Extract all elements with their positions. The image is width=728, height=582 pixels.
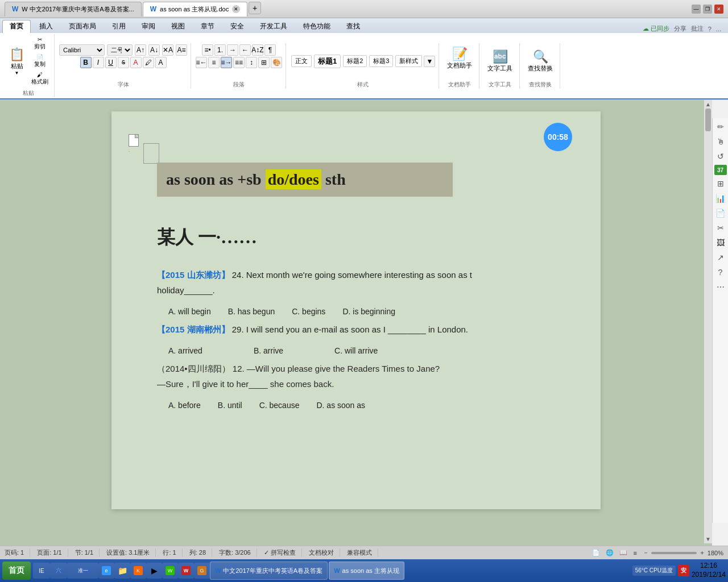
- ribbon-tab-chapter[interactable]: 章节: [193, 20, 222, 33]
- text-tools-button[interactable]: 🔤 文字工具: [484, 47, 516, 75]
- sort-button[interactable]: A↕Z: [252, 44, 263, 56]
- align-right-button[interactable]: ≡→: [221, 57, 232, 68]
- new-tab-button[interactable]: +: [249, 2, 261, 14]
- tab-chinese-doc[interactable]: W W 中文2017年重庆中考英语A卷及答案...: [5, 2, 142, 16]
- tray-antivirus[interactable]: 安: [678, 565, 689, 576]
- ribbon-tab-find[interactable]: 查找: [339, 20, 367, 33]
- close-button[interactable]: ✕: [714, 5, 723, 14]
- ribbon-tab-insert[interactable]: 插入: [32, 20, 60, 33]
- indent-button[interactable]: →: [227, 44, 238, 56]
- decrease-font-button[interactable]: A↓: [148, 44, 160, 56]
- bold-button[interactable]: B: [80, 57, 92, 68]
- border-button[interactable]: ⊞: [258, 57, 270, 68]
- help-button[interactable]: ?: [708, 26, 712, 32]
- zoom-slider[interactable]: [651, 552, 697, 554]
- ribbon-tab-security[interactable]: 安全: [223, 20, 251, 33]
- sidebar-refresh-icon[interactable]: ↺: [714, 150, 727, 163]
- view-web-icon[interactable]: 🌐: [606, 549, 614, 556]
- sidebar-chart-icon[interactable]: 📊: [714, 192, 727, 205]
- sidebar-scissors-icon[interactable]: ✂: [714, 222, 727, 234]
- taskbar-kanbox-icon[interactable]: K: [130, 563, 146, 579]
- shading-button[interactable]: 🎨: [271, 57, 282, 68]
- number-list-button[interactable]: 1.: [214, 44, 226, 56]
- line-spacing-button[interactable]: ↕: [246, 57, 257, 68]
- underline-button[interactable]: U: [105, 57, 117, 68]
- ribbon-tab-references[interactable]: 引用: [105, 20, 133, 33]
- find-replace-button[interactable]: 🔍 查找替换: [524, 47, 556, 75]
- taskbar-game-icon[interactable]: G: [194, 563, 210, 579]
- sidebar-table-icon[interactable]: ⊞: [714, 177, 727, 190]
- spell-check-icon: ✓: [264, 549, 269, 556]
- ribbon-tab-devtools[interactable]: 开发工具: [253, 20, 295, 33]
- char-shade-button[interactable]: A: [155, 57, 167, 68]
- paste-button[interactable]: 📋 粘贴 ▼: [6, 45, 28, 78]
- ribbon-tab-home[interactable]: 首页: [2, 20, 31, 33]
- strikethrough-button[interactable]: S̶: [118, 57, 129, 68]
- scroll-down-arrow[interactable]: ▼: [705, 536, 711, 542]
- increase-font-button[interactable]: A↑: [135, 44, 146, 56]
- bullet-list-button[interactable]: ≡•: [202, 44, 213, 56]
- sidebar-image-icon[interactable]: 🖼: [714, 236, 727, 249]
- taskbar-prep-button[interactable]: 准一: [67, 563, 98, 579]
- format-more-button[interactable]: A≡: [176, 44, 187, 56]
- taskbar-folder-icon[interactable]: 📁: [114, 563, 130, 579]
- tab-as-soon[interactable]: W as soon as 主将从现.doc ✕: [143, 2, 247, 16]
- review-button[interactable]: 批注: [691, 24, 704, 33]
- ribbon-tab-page-layout[interactable]: 页面布局: [61, 20, 104, 33]
- minimize-button[interactable]: —: [692, 5, 701, 14]
- taskbar-ie-icon[interactable]: IE: [33, 563, 50, 579]
- share-button[interactable]: 分享: [674, 24, 686, 33]
- taskbar-english-icon[interactable]: 六: [50, 563, 67, 579]
- view-read-icon[interactable]: 📖: [619, 549, 627, 556]
- format-painter-button[interactable]: 🖌 格式刷: [29, 70, 51, 87]
- copy-button[interactable]: 📄 复制: [29, 53, 51, 69]
- doc-check[interactable]: 文档校对: [309, 548, 340, 557]
- ribbon-tab-review[interactable]: 审阅: [134, 20, 163, 33]
- zoom-out-button[interactable]: －: [643, 548, 649, 557]
- taskbar-doc1[interactable]: W 中文2017年重庆中考英语A卷及答案: [210, 562, 328, 580]
- justify-button[interactable]: ≡≡: [233, 57, 245, 68]
- font-size-select[interactable]: 二号: [107, 44, 133, 56]
- sidebar-more-icon[interactable]: ⋯: [714, 281, 727, 293]
- align-left-button[interactable]: ≡←: [196, 57, 207, 68]
- zoom-in-button[interactable]: ＋: [699, 548, 705, 557]
- outdent-button[interactable]: ←: [239, 44, 251, 56]
- style-new[interactable]: 新样式: [395, 55, 422, 67]
- scroll-thumb[interactable]: [705, 109, 711, 131]
- tab-close-button[interactable]: ✕: [232, 5, 240, 13]
- taskbar-doc2[interactable]: W as soon as 主将从现: [329, 562, 404, 580]
- cut-button[interactable]: ✂ 剪切: [29, 35, 51, 52]
- taskbar-media-icon[interactable]: ▶: [146, 563, 162, 579]
- view-normal-icon[interactable]: 📄: [592, 549, 600, 556]
- taskbar-ie2-icon[interactable]: e: [98, 563, 114, 579]
- view-outline-icon[interactable]: ≡: [633, 550, 636, 556]
- style-h2[interactable]: 标题2: [343, 55, 367, 67]
- scroll-up-arrow[interactable]: ▲: [705, 101, 711, 107]
- start-button[interactable]: 首页: [2, 562, 31, 580]
- sidebar-doc-icon[interactable]: 📄: [714, 207, 727, 219]
- taskbar-wechat-icon[interactable]: W: [162, 563, 178, 579]
- ribbon-tab-view[interactable]: 视图: [164, 20, 192, 33]
- spell-check[interactable]: ✓ 拼写检查: [264, 548, 302, 557]
- sidebar-help-icon[interactable]: ?: [714, 266, 727, 278]
- restore-button[interactable]: ❐: [703, 5, 712, 14]
- taskbar-wps-icon[interactable]: W: [178, 563, 194, 579]
- para-mark-button[interactable]: ¶: [264, 44, 276, 56]
- styles-expand[interactable]: ▼: [424, 56, 435, 67]
- vertical-scrollbar[interactable]: ▲ ▼: [704, 100, 712, 543]
- highlight-button[interactable]: 🖊: [143, 57, 154, 68]
- doc-assist-button[interactable]: 📝 文档助手: [444, 44, 475, 72]
- style-normal[interactable]: 正文: [291, 55, 312, 67]
- style-h3[interactable]: 标题3: [369, 55, 393, 67]
- font-name-select[interactable]: Calibri: [59, 44, 105, 56]
- sidebar-export-icon[interactable]: ↗: [714, 251, 727, 264]
- ribbon-tab-features[interactable]: 特色功能: [296, 20, 338, 33]
- align-center-button[interactable]: ≡: [208, 57, 220, 68]
- italic-button[interactable]: I: [93, 57, 104, 68]
- style-h1[interactable]: 标题1: [314, 55, 341, 68]
- clear-format-button[interactable]: ✕A: [162, 44, 173, 56]
- sidebar-cursor-icon[interactable]: 🖱: [714, 135, 727, 148]
- sidebar-edit-icon[interactable]: ✏: [714, 120, 727, 133]
- more-button[interactable]: ...: [716, 26, 721, 32]
- font-color-button[interactable]: A: [130, 57, 142, 68]
